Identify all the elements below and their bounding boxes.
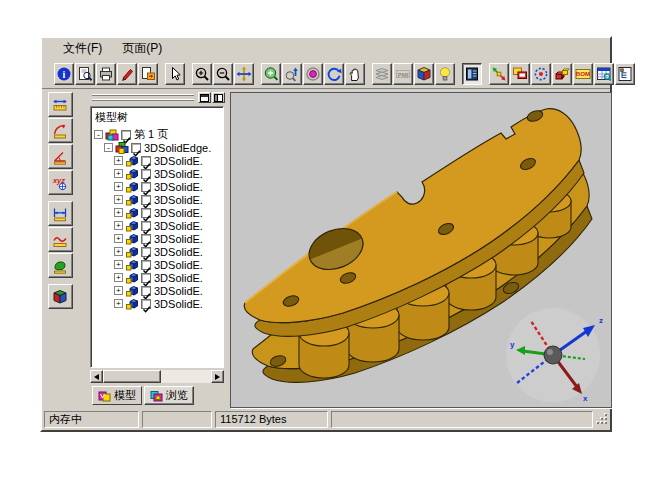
scroll-left-button[interactable]	[90, 370, 103, 383]
explode-boxes-button[interactable]	[552, 63, 572, 85]
status-field-4	[331, 411, 593, 428]
pan-axes-button[interactable]	[234, 63, 254, 85]
zoom-in-button[interactable]	[192, 63, 212, 85]
scrollbar-track[interactable]	[161, 370, 211, 383]
tree-horizontal-scrollbar[interactable]	[90, 370, 224, 383]
collapse-icon[interactable]: -	[94, 130, 103, 139]
part-checkbox[interactable]	[141, 221, 151, 231]
expand-icon[interactable]: +	[114, 247, 123, 256]
tree-item-label: 3DSolidE.	[154, 155, 203, 167]
rotate-view-button[interactable]	[324, 63, 344, 85]
expand-icon[interactable]: +	[114, 286, 123, 295]
assembly-checkbox[interactable]	[131, 143, 141, 153]
expand-icon[interactable]: +	[114, 169, 123, 178]
screen-capture-button[interactable]	[510, 63, 530, 85]
expand-icon[interactable]: +	[114, 234, 123, 243]
tree-item-part[interactable]: + 3DSolidE.	[94, 297, 223, 310]
expand-icon[interactable]: +	[114, 273, 123, 282]
print-button[interactable]	[96, 63, 116, 85]
zoom-window-button[interactable]	[261, 63, 281, 85]
drag-handle	[92, 99, 194, 101]
select-cursor-button[interactable]	[165, 63, 185, 85]
axis-triad[interactable]: z y x	[506, 308, 603, 403]
part-checkbox[interactable]	[141, 195, 151, 205]
part-checkbox[interactable]	[141, 182, 151, 192]
dim-angle-button[interactable]	[48, 144, 73, 169]
panel-float-button[interactable]	[198, 92, 211, 103]
expand-icon[interactable]: +	[114, 208, 123, 217]
tree-item-page[interactable]: - 第 1 页	[94, 128, 223, 141]
print-preview-button[interactable]	[75, 63, 95, 85]
layers-button[interactable]	[372, 63, 392, 85]
tree-item-assembly[interactable]: - 3DSolidEdge.	[94, 141, 223, 154]
tree-item-part[interactable]: + 3DSolidE.	[94, 154, 223, 167]
expand-icon[interactable]: +	[114, 221, 123, 230]
structure-tree-button[interactable]	[615, 63, 635, 85]
tree-item-part[interactable]: + 3DSolidE.	[94, 271, 223, 284]
collapse-icon[interactable]: -	[104, 143, 113, 152]
scrollbar-thumb[interactable]	[103, 370, 161, 383]
part-checkbox[interactable]	[141, 247, 151, 257]
tree-item-label: 3DSolidE.	[154, 298, 203, 310]
cursor-icon	[167, 66, 183, 82]
pmi-button[interactable]: PMI	[393, 63, 413, 85]
dim-volume-button[interactable]	[48, 284, 73, 309]
part-checkbox[interactable]	[141, 156, 151, 166]
viewport-3d[interactable]: z y x	[230, 92, 612, 408]
part-checkbox[interactable]	[141, 169, 151, 179]
expand-icon[interactable]: +	[114, 195, 123, 204]
model-tree[interactable]: 模型树 - 第 1 页 - 3DSolidEdge. +	[90, 106, 224, 368]
tree-item-part[interactable]: + 3DSolidE.	[94, 180, 223, 193]
resize-grip[interactable]	[596, 413, 608, 425]
scroll-right-button[interactable]	[211, 370, 224, 383]
zoom-out-button[interactable]	[213, 63, 233, 85]
menu-page[interactable]: 页面(P)	[113, 38, 171, 59]
expand-icon[interactable]: +	[114, 299, 123, 308]
tree-item-part[interactable]: + 3DSolidE.	[94, 193, 223, 206]
tree-item-part[interactable]: + 3DSolidE.	[94, 167, 223, 180]
page-checkbox[interactable]	[121, 130, 131, 140]
viewport-canvas[interactable]: z y x	[231, 93, 611, 407]
panel-close-button[interactable]	[212, 92, 225, 103]
expand-icon[interactable]: +	[114, 182, 123, 191]
annotate-button[interactable]	[117, 63, 137, 85]
dim-linear-button[interactable]	[48, 92, 73, 117]
tree-item-part[interactable]: + 3DSolidE.	[94, 284, 223, 297]
tab-browse[interactable]: 浏览	[144, 386, 194, 405]
tree-title: 模型树	[95, 110, 223, 125]
part-checkbox[interactable]	[141, 260, 151, 270]
expand-icon[interactable]: +	[114, 260, 123, 269]
tree-item-part[interactable]: + 3DSolidE.	[94, 258, 223, 271]
expand-icon[interactable]: +	[114, 156, 123, 165]
render-cube-button[interactable]	[414, 63, 434, 85]
tree-item-part[interactable]: + 3DSolidE.	[94, 245, 223, 258]
rotate-animate-button[interactable]	[531, 63, 551, 85]
tree-item-part[interactable]: + 3DSolidE.	[94, 206, 223, 219]
dim-distance-button[interactable]	[48, 201, 73, 226]
export-document-button[interactable]	[138, 63, 158, 85]
pan-hand-button[interactable]	[345, 63, 365, 85]
orbit-button[interactable]	[303, 63, 323, 85]
part-checkbox[interactable]	[141, 299, 151, 309]
dim-coordinate-button[interactable]: xyz	[48, 170, 73, 195]
dim-curve-length-button[interactable]	[48, 227, 73, 252]
part-checkbox[interactable]	[141, 208, 151, 218]
panel-toggle-button[interactable]	[462, 63, 482, 85]
bom-button[interactable]: BOM	[573, 63, 593, 85]
tree-item-part[interactable]: + 3DSolidE.	[94, 219, 223, 232]
menu-file[interactable]: 文件(F)	[54, 38, 111, 59]
dim-radius-button[interactable]	[48, 118, 73, 143]
tab-model[interactable]: 模型	[92, 386, 142, 405]
part-checkbox[interactable]	[141, 286, 151, 296]
part-checkbox[interactable]	[141, 234, 151, 244]
explode-assembly-button[interactable]	[489, 63, 509, 85]
drag-handle	[92, 94, 194, 96]
bom-table-button[interactable]	[594, 63, 614, 85]
zoom-dynamic-button[interactable]	[282, 63, 302, 85]
tree-item-part[interactable]: + 3DSolidE.	[94, 232, 223, 245]
info-button[interactable]: i	[54, 63, 74, 85]
part-checkbox[interactable]	[141, 273, 151, 283]
dim-area-button[interactable]	[48, 253, 73, 278]
light-button[interactable]	[435, 63, 455, 85]
panel-drag-bar[interactable]	[90, 92, 226, 105]
